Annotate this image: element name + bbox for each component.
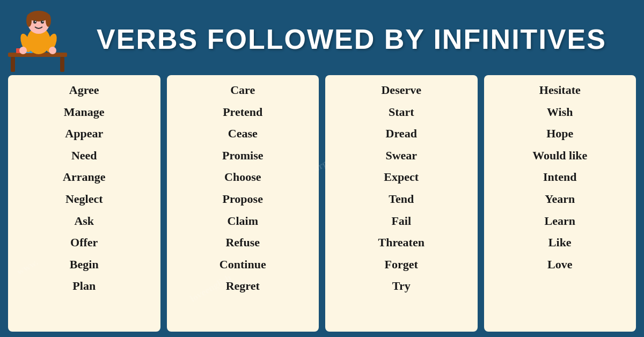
verb-item: Forget bbox=[325, 254, 478, 276]
verb-item: Expect bbox=[325, 166, 478, 188]
svg-point-12 bbox=[33, 20, 36, 24]
verb-column-col1: AgreeManageAppearNeedArrangeNeglectAskOf… bbox=[8, 75, 160, 332]
verb-item: Dread bbox=[325, 123, 478, 145]
verb-item: Ask bbox=[8, 210, 160, 232]
verb-item: Would like bbox=[484, 145, 636, 167]
verb-item: Swear bbox=[325, 145, 478, 167]
verb-item: Regret bbox=[167, 275, 319, 297]
verb-item: Agree bbox=[8, 79, 160, 101]
svg-rect-1 bbox=[11, 57, 15, 72]
verb-column-col4: HesitateWishHopeWould likeIntendYearnLea… bbox=[484, 75, 636, 332]
svg-point-19 bbox=[49, 47, 56, 54]
verb-item: Need bbox=[8, 145, 160, 167]
verb-item: Fail bbox=[325, 210, 478, 232]
verb-item: Intend bbox=[484, 166, 636, 188]
verb-item: Try bbox=[325, 275, 478, 297]
verb-item: Like bbox=[484, 232, 636, 254]
verb-item: Neglect bbox=[8, 188, 160, 210]
svg-point-11 bbox=[46, 14, 51, 27]
verb-item: Care bbox=[167, 79, 319, 101]
svg-point-10 bbox=[26, 14, 32, 27]
verb-item: Cease bbox=[167, 123, 319, 145]
verb-item: Promise bbox=[167, 145, 319, 167]
page-title: VERBS FOLLOWED BY INFINITIVES bbox=[70, 23, 633, 55]
verb-item: Wish bbox=[484, 101, 636, 123]
svg-point-14 bbox=[35, 21, 36, 22]
verb-item: Hope bbox=[484, 123, 636, 145]
verb-item: Begin bbox=[8, 254, 160, 276]
verb-item: Claim bbox=[167, 210, 319, 232]
verb-item: Refuse bbox=[167, 232, 319, 254]
svg-point-15 bbox=[42, 21, 43, 22]
verb-item: Choose bbox=[167, 166, 319, 188]
verb-item: Manage bbox=[8, 101, 160, 123]
svg-point-13 bbox=[41, 20, 44, 24]
svg-point-18 bbox=[19, 47, 27, 54]
verb-item: Pretend bbox=[167, 101, 319, 123]
teacher-illustration bbox=[5, 4, 70, 74]
svg-rect-2 bbox=[60, 57, 64, 72]
verb-item: Threaten bbox=[325, 232, 478, 254]
verb-item: Continue bbox=[167, 254, 319, 276]
verb-item: Tend bbox=[325, 188, 478, 210]
verb-item: Offer bbox=[8, 232, 160, 254]
verb-item: Yearn bbox=[484, 188, 636, 210]
verb-item: Hesitate bbox=[484, 79, 636, 101]
verb-item bbox=[484, 275, 636, 282]
verb-item: Learn bbox=[484, 210, 636, 232]
title-area: VERBS FOLLOWED BY INFINITIVES bbox=[70, 23, 633, 55]
verb-item: Start bbox=[325, 101, 478, 123]
verb-item: Appear bbox=[8, 123, 160, 145]
verb-item: Propose bbox=[167, 188, 319, 210]
verb-item: Love bbox=[484, 254, 636, 276]
verb-item: Arrange bbox=[8, 166, 160, 188]
columns-container: AgreeManageAppearNeedArrangeNeglectAskOf… bbox=[0, 75, 644, 337]
verb-item: Plan bbox=[8, 275, 160, 297]
verb-column-col2: CarePretendCeasePromiseChooseProposeClai… bbox=[167, 75, 319, 332]
header: VERBS FOLLOWED BY INFINITIVES bbox=[0, 0, 644, 75]
verb-item: Deserve bbox=[325, 79, 478, 101]
verb-column-col3: DeserveStartDreadSwearExpectTendFailThre… bbox=[325, 75, 478, 332]
